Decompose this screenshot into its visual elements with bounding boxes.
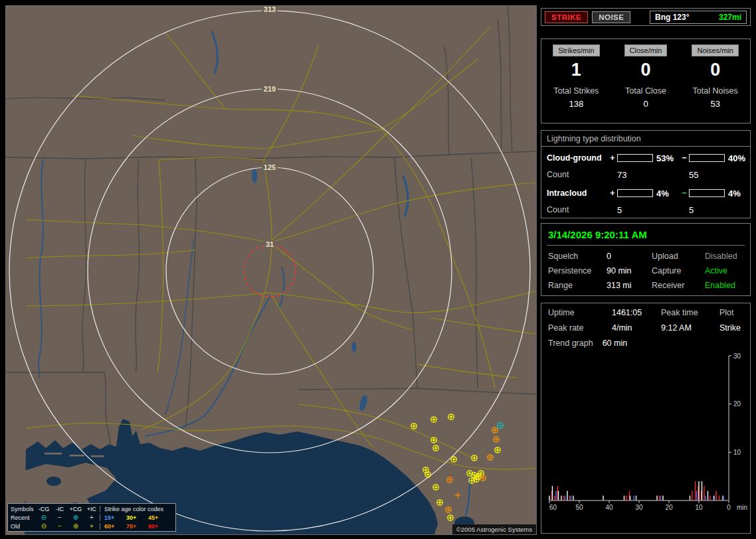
age-code: 30+ <box>126 514 148 521</box>
plus-sign: + <box>608 189 617 198</box>
noise-mode-button[interactable]: NOISE <box>592 11 630 23</box>
legend-old-label: Old <box>9 523 36 530</box>
bearing-value: Bng 123° <box>655 13 689 22</box>
plot-label: Plot <box>719 308 745 317</box>
ic-positive-bar <box>617 189 653 197</box>
legend-header-pos-cg: +CG <box>68 506 84 512</box>
neg-ic-recent-icon: − <box>52 514 68 521</box>
intracloud-count-row: Count 5 5 <box>547 204 745 216</box>
count-label: Count <box>547 170 608 179</box>
rate-stats-panel: Strikes/min 1 Total Strikes 138 Close/mi… <box>541 38 751 123</box>
distance-value: 327mi <box>719 13 741 22</box>
trend-graph-row: Trend graph 60 min <box>548 339 745 348</box>
neg-cg-recent-icon: ⊖ <box>36 514 52 521</box>
cg-negative-percent: 40% <box>725 153 747 163</box>
lightning-distribution-panel: Lightning type distribution Cloud-ground… <box>541 130 751 218</box>
range-ring-label: 31 <box>264 240 276 248</box>
uptime-label: Uptime <box>548 308 612 317</box>
ic-positive-count: 5 <box>617 205 653 215</box>
plus-sign: + <box>608 153 617 163</box>
peak-rate-value: 4/min <box>612 323 661 333</box>
total-strikes-label: Total Strikes <box>541 86 611 96</box>
range-ring-label: 125 <box>262 163 278 171</box>
peak-rate-label: Peak rate <box>548 323 612 333</box>
barrier-island <box>91 455 104 457</box>
copyright-notice: ©2005 Astrogenic Systems <box>452 524 536 534</box>
status-row: Squelch 0 Upload Disabled <box>547 252 745 261</box>
peak-time-label: Peak time <box>661 308 719 317</box>
age-code: 45+ <box>148 514 170 521</box>
trend-graph-label: Trend graph <box>548 339 593 348</box>
cg-positive-bar <box>617 154 653 162</box>
strike-map[interactable]: 313 219 125 31 Symbols -CG -IC +CG +IC S… <box>5 5 537 535</box>
total-noises-label: Total Noises <box>680 86 750 96</box>
noises-per-min-button[interactable]: Noises/min <box>692 44 738 56</box>
range-ring-label: 313 <box>262 5 278 13</box>
close-per-min-button[interactable]: Close/min <box>624 44 668 56</box>
ic-positive-percent: 4% <box>653 189 680 198</box>
squelch-label: Squelch <box>548 252 607 261</box>
minus-sign: − <box>680 153 689 163</box>
session-panel: Uptime 1461:05 Peak time Plot Peak rate … <box>541 303 751 534</box>
receiver-value: Enabled <box>705 281 745 290</box>
age-code: 90+ <box>148 523 170 530</box>
pos-ic-recent-icon: + <box>84 514 100 521</box>
cloud-ground-label: Cloud-ground <box>547 153 608 163</box>
lightning-monitor-app: 313 219 125 31 Symbols -CG -IC +CG +IC S… <box>0 0 756 539</box>
age-code: 60+ <box>104 523 126 530</box>
trend-x-unit-label: min <box>737 504 747 511</box>
mode-toolbar: STRIKE NOISE Bng 123° 327mi <box>541 8 751 26</box>
system-status-panel: 3/14/2026 9:20:11 AM Squelch 0 Upload Di… <box>541 223 751 296</box>
neg-ic-old-icon: − <box>52 523 68 530</box>
squelch-value: 0 <box>607 252 652 261</box>
trend-graph-duration: 60 min <box>603 339 628 348</box>
trend-x-tick-label: 20 <box>665 504 673 511</box>
count-label: Count <box>547 205 608 214</box>
trend-x-tick-label: 30 <box>635 504 643 511</box>
ic-negative-count: 5 <box>689 205 725 215</box>
persistence-value: 90 min <box>607 266 652 275</box>
close-per-min-value: 0 <box>611 59 681 80</box>
plot-value: Strike <box>719 323 745 333</box>
legend-header-neg-cg: -CG <box>36 506 52 512</box>
trend-x-tick-label: 60 <box>549 504 557 511</box>
range-ring-label: 219 <box>262 85 278 93</box>
pos-ic-old-icon: + <box>84 523 100 530</box>
receiver-label: Receiver <box>652 281 705 290</box>
strikes-per-min-value: 1 <box>541 59 611 80</box>
noises-per-min-value: 0 <box>680 59 750 80</box>
persistence-label: Persistence <box>548 266 607 275</box>
status-row: Range 313 mi Receiver Enabled <box>547 281 745 290</box>
strike-mode-button[interactable]: STRIKE <box>545 11 588 23</box>
close-stat-column: Close/min 0 Total Close 0 <box>611 44 681 123</box>
peak-time-value: 9:12 AM <box>661 323 719 333</box>
lake <box>47 477 61 486</box>
barrier-island <box>70 455 84 457</box>
total-close-label: Total Close <box>611 86 681 96</box>
legend-header-neg-ic: -IC <box>52 506 68 512</box>
ic-negative-bar <box>689 189 725 197</box>
range-value: 313 mi <box>607 281 652 290</box>
trend-x-tick-label: 0 <box>727 504 731 511</box>
pos-cg-recent-icon: ⊕ <box>68 514 84 521</box>
upload-value: Disabled <box>705 252 745 261</box>
total-noises-value: 53 <box>680 99 750 109</box>
cg-negative-count: 55 <box>689 170 725 180</box>
legend-header-pos-ic: +IC <box>84 506 100 512</box>
map-legend: Symbols -CG -IC +CG +IC Strike age color… <box>7 503 176 532</box>
noises-stat-column: Noises/min 0 Total Noises 53 <box>680 44 750 123</box>
age-code: 15+ <box>104 514 126 521</box>
trend-x-tick-label: 50 <box>575 504 583 511</box>
strikes-per-min-button[interactable]: Strikes/min <box>553 44 599 56</box>
uptime-row: Uptime 1461:05 Peak time Plot <box>547 308 745 317</box>
total-close-value: 0 <box>611 99 681 109</box>
lake <box>352 342 357 352</box>
trend-y-tick-label: 30 <box>733 352 741 360</box>
lake <box>252 169 257 183</box>
strikes-stat-column: Strikes/min 1 Total Strikes 138 <box>541 44 611 123</box>
intracloud-row: Intracloud + 4% − 4% <box>547 187 745 200</box>
capture-value: Active <box>705 266 745 275</box>
distribution-title: Lightning type distribution <box>541 131 750 147</box>
trend-x-tick-label: 10 <box>695 504 703 511</box>
datetime-display: 3/14/2026 9:20:11 AM <box>547 228 745 246</box>
